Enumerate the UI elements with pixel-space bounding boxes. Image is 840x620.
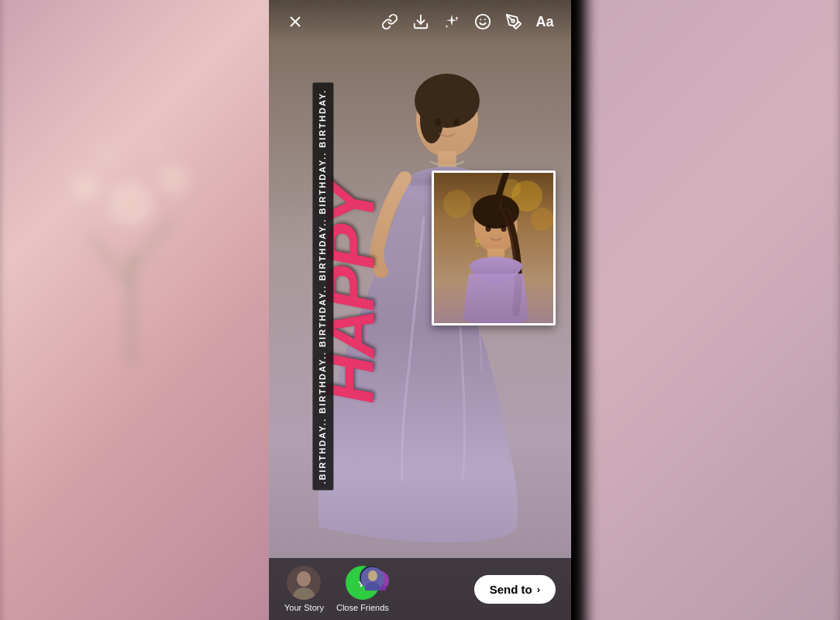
svg-point-50 xyxy=(531,208,554,231)
svg-point-40 xyxy=(453,119,460,126)
svg-point-55 xyxy=(486,226,491,232)
your-story-avatar-svg xyxy=(287,566,321,600)
text-icon-label: Aa xyxy=(535,14,553,30)
close-icon xyxy=(287,13,304,30)
close-friends-option[interactable]: ★ xyxy=(336,566,389,612)
your-story-avatar-img xyxy=(287,566,321,600)
download-button[interactable] xyxy=(407,8,435,36)
svg-point-56 xyxy=(501,226,507,232)
draw-icon xyxy=(505,13,522,30)
svg-point-59 xyxy=(476,244,479,247)
download-icon xyxy=(412,13,429,30)
svg-point-47 xyxy=(511,19,515,22)
close-friends-label: Close Friends xyxy=(336,603,389,612)
svg-point-64 xyxy=(368,570,377,581)
draw-button[interactable] xyxy=(500,8,528,36)
your-story-option[interactable]: Your Story xyxy=(284,566,324,612)
background-right xyxy=(586,0,840,620)
sticker-icon xyxy=(474,13,491,30)
story-panel: Aa .BIRTHDAY.. BIRTHDAY.. BIRTHDAY.. BIR… xyxy=(269,0,571,620)
svg-line-2 xyxy=(131,221,172,270)
sparkle-icon xyxy=(443,13,460,30)
cf-avatar-2-svg xyxy=(361,567,384,591)
svg-point-52 xyxy=(443,190,471,218)
birthday-text-container: .BIRTHDAY.. BIRTHDAY.. BIRTHDAY.. BIRTHD… xyxy=(292,46,354,527)
story-options: Your Story ★ xyxy=(284,566,389,612)
svg-point-61 xyxy=(297,571,311,587)
sticker-button[interactable] xyxy=(469,8,497,36)
close-friends-avatar-2 xyxy=(360,566,383,589)
sparkle-button[interactable] xyxy=(438,8,466,36)
your-story-label: Your Story xyxy=(284,603,324,612)
svg-point-44 xyxy=(476,15,490,29)
svg-point-20 xyxy=(99,150,113,160)
send-to-button[interactable]: Send to › xyxy=(474,575,556,604)
flower-decoration xyxy=(42,107,221,367)
svg-line-1 xyxy=(91,237,131,286)
inset-photo xyxy=(432,170,556,326)
close-button[interactable] xyxy=(281,8,309,36)
inset-photo-svg xyxy=(434,173,556,326)
close-friends-avatar-stack: ★ xyxy=(346,566,380,600)
toolbar: Aa xyxy=(269,0,571,43)
svg-point-21 xyxy=(149,143,161,152)
svg-point-14 xyxy=(81,183,91,193)
bottom-bar: Your Story ★ xyxy=(269,558,571,620)
your-story-avatar xyxy=(287,566,321,600)
send-to-label: Send to xyxy=(490,583,532,596)
svg-point-39 xyxy=(435,119,441,126)
birthday-strip: .BIRTHDAY.. BIRTHDAY.. BIRTHDAY.. BIRTHD… xyxy=(312,83,333,491)
chevron-right-icon: › xyxy=(537,584,540,595)
svg-point-9 xyxy=(123,196,139,212)
inset-photo-content xyxy=(434,173,553,323)
svg-point-58 xyxy=(475,239,480,243)
link-icon xyxy=(381,13,398,30)
link-button[interactable] xyxy=(376,8,404,36)
background-left xyxy=(0,0,302,620)
svg-point-19 xyxy=(167,174,179,186)
text-button[interactable]: Aa xyxy=(531,8,559,36)
